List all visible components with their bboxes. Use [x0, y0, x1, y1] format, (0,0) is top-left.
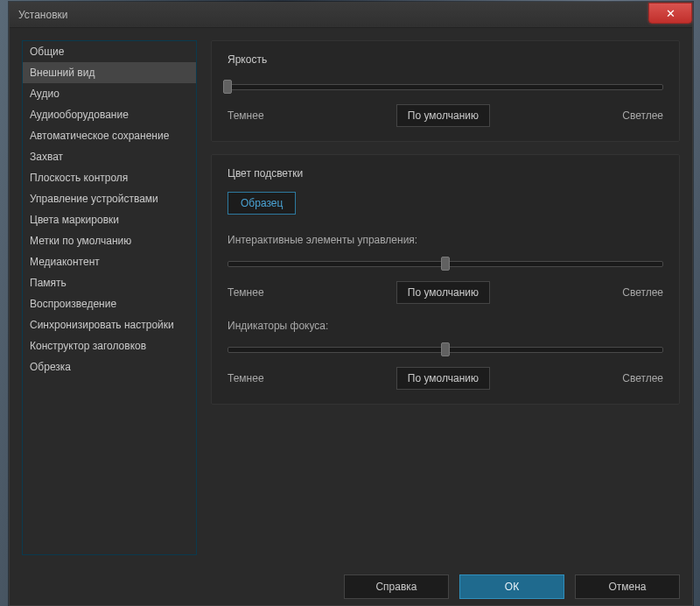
slider-thumb[interactable] — [441, 342, 450, 356]
footer: Справка ОК Отмена — [10, 567, 692, 606]
slider-thumb[interactable] — [223, 80, 232, 94]
body: ОбщиеВнешний видАудиоАудиооборудованиеАв… — [10, 28, 692, 567]
window-title: Установки — [18, 9, 67, 21]
sidebar-item[interactable]: Воспроизведение — [23, 293, 196, 314]
sidebar-item[interactable]: Медиаконтент — [23, 251, 196, 272]
brightness-labels: Темнее По умолчанию Светлее — [228, 104, 663, 127]
sidebar-item[interactable]: Память — [23, 272, 196, 293]
sidebar-item[interactable]: Обрезка — [23, 356, 196, 377]
sidebar-item[interactable]: Конструктор заголовков — [23, 335, 196, 356]
highlight-group: Цвет подсветки Образец Интерактивные эле… — [211, 154, 680, 405]
sidebar-item[interactable]: Внешний вид — [23, 62, 196, 83]
brightness-title: Яркость — [228, 53, 663, 66]
content-panel: Яркость Темнее По умолчанию Светлее Цвет… — [211, 40, 680, 555]
brightness-default-button[interactable]: По умолчанию — [396, 104, 490, 127]
sidebar-item[interactable]: Общие — [23, 41, 196, 62]
sidebar-item[interactable]: Автоматическое сохранение — [23, 125, 196, 146]
sidebar-item[interactable]: Аудио — [23, 83, 196, 104]
focus-right-label: Светлее — [622, 372, 663, 384]
controls-right-label: Светлее — [622, 286, 663, 299]
controls-slider[interactable] — [228, 255, 663, 272]
sidebar-item[interactable]: Цвета маркировки — [23, 209, 196, 230]
sidebar-item[interactable]: Плоскость контроля — [23, 167, 196, 188]
help-button[interactable]: Справка — [344, 574, 449, 599]
controls-left-label: Темнее — [228, 286, 264, 299]
cancel-button[interactable]: Отмена — [575, 574, 680, 599]
brightness-slider[interactable] — [228, 78, 663, 95]
settings-window: Установки ✕ ОбщиеВнешний видАудиоАудиооб… — [9, 2, 693, 606]
focus-slider[interactable] — [228, 341, 663, 358]
brightness-right-label: Светлее — [622, 109, 663, 122]
focus-indicators-label: Индикаторы фокуса: — [228, 320, 663, 332]
sidebar-item[interactable]: Управление устройствами — [23, 188, 196, 209]
ok-button[interactable]: ОК — [459, 574, 564, 599]
slider-thumb[interactable] — [441, 257, 450, 271]
close-icon: ✕ — [666, 7, 676, 20]
sidebar-item[interactable]: Синхронизировать настройки — [23, 314, 196, 335]
sidebar-item[interactable]: Аудиооборудование — [23, 104, 196, 125]
sidebar-item[interactable]: Захват — [23, 146, 196, 167]
brightness-group: Яркость Темнее По умолчанию Светлее — [211, 40, 680, 142]
close-button[interactable]: ✕ — [648, 3, 692, 24]
sidebar: ОбщиеВнешний видАудиоАудиооборудованиеАв… — [22, 40, 197, 555]
focus-labels: Темнее По умолчанию Светлее — [228, 367, 663, 390]
sidebar-item[interactable]: Метки по умолчанию — [23, 230, 196, 251]
brightness-left-label: Темнее — [228, 109, 264, 122]
focus-left-label: Темнее — [228, 372, 264, 384]
highlight-title: Цвет подсветки — [228, 167, 663, 180]
slider-track — [228, 84, 663, 90]
interactive-controls-label: Интерактивные элементы управления: — [228, 234, 663, 246]
controls-labels: Темнее По умолчанию Светлее — [228, 281, 663, 304]
titlebar: Установки ✕ — [10, 3, 692, 28]
controls-default-button[interactable]: По умолчанию — [396, 281, 490, 304]
focus-default-button[interactable]: По умолчанию — [396, 367, 490, 390]
highlight-sample-button[interactable]: Образец — [228, 192, 296, 215]
